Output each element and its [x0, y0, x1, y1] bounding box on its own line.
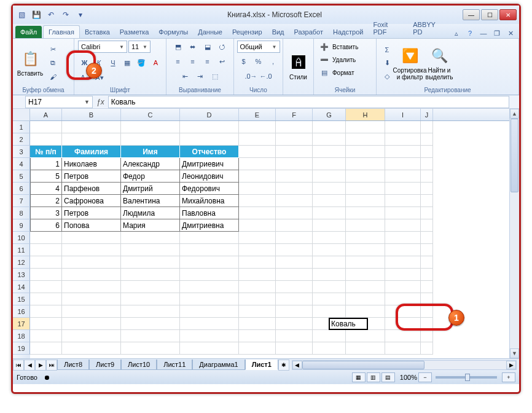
- cell-J18[interactable]: [421, 330, 433, 342]
- cell-A17[interactable]: [30, 318, 62, 330]
- cell-H1[interactable]: [346, 121, 385, 133]
- cell-E17[interactable]: [239, 318, 276, 330]
- cell-I11[interactable]: [385, 244, 421, 256]
- delete-cells-button[interactable]: ➖: [318, 53, 331, 66]
- cell-A9[interactable]: 6: [30, 219, 62, 232]
- cell-A7[interactable]: 2: [30, 195, 62, 207]
- name-box[interactable]: H17 ▼: [25, 96, 93, 108]
- row-header-17[interactable]: 17: [13, 318, 30, 330]
- cell-I15[interactable]: [385, 293, 421, 305]
- cell-H3[interactable]: [346, 146, 385, 158]
- cell-B11[interactable]: [62, 244, 121, 256]
- cell-J8[interactable]: [421, 207, 433, 219]
- qat-redo[interactable]: ↷: [60, 9, 72, 21]
- row-header-11[interactable]: 11: [13, 244, 30, 256]
- col-header-C[interactable]: C: [121, 109, 180, 120]
- merge-button[interactable]: ⬚: [208, 70, 222, 82]
- format-cells-button[interactable]: ▤: [318, 66, 331, 79]
- underline-button[interactable]: Ч: [106, 57, 119, 69]
- view-layout-button[interactable]: ▥: [367, 372, 380, 382]
- cell-A1[interactable]: [30, 121, 62, 133]
- cell-A16[interactable]: [30, 305, 62, 318]
- cell-J6[interactable]: [421, 183, 433, 195]
- cell-C8[interactable]: Людмила: [121, 207, 180, 219]
- orientation-button[interactable]: ⭯: [216, 41, 229, 53]
- tab-foxit[interactable]: Foxit PDF: [368, 18, 408, 38]
- cell-I4[interactable]: [385, 158, 421, 170]
- cell-H7[interactable]: [346, 195, 385, 207]
- cell-J2[interactable]: [421, 133, 433, 146]
- cell-E9[interactable]: [239, 219, 276, 232]
- cell-I5[interactable]: [385, 170, 421, 183]
- cell-C16[interactable]: [121, 305, 180, 318]
- cell-H10[interactable]: [346, 232, 385, 244]
- cell-D10[interactable]: [180, 232, 239, 244]
- indent-dec-button[interactable]: ⇤: [179, 70, 192, 82]
- cell-G13[interactable]: [313, 269, 346, 281]
- cell-D5[interactable]: Леонидович: [180, 170, 239, 183]
- cell-E11[interactable]: [239, 244, 276, 256]
- cell-F14[interactable]: [276, 281, 313, 293]
- cell-I2[interactable]: [385, 133, 421, 146]
- cell-H9[interactable]: [346, 219, 385, 232]
- cell-C15[interactable]: [121, 293, 180, 305]
- border-button[interactable]: ▦: [121, 57, 134, 69]
- sheet-tab-Лист1[interactable]: Лист1: [245, 360, 278, 370]
- cell-G15[interactable]: [313, 293, 346, 305]
- cell-B12[interactable]: [62, 256, 121, 269]
- row-header-7[interactable]: 7: [13, 195, 30, 207]
- cell-E18[interactable]: [239, 330, 276, 342]
- cell-B1[interactable]: [62, 121, 121, 133]
- cell-B17[interactable]: [62, 318, 121, 330]
- cell-B2[interactable]: [62, 133, 121, 146]
- cell-A13[interactable]: [30, 269, 62, 281]
- cell-G6[interactable]: [313, 183, 346, 195]
- comma-button[interactable]: ,: [267, 55, 280, 68]
- cell-B9[interactable]: Попова: [62, 219, 121, 232]
- row-header-13[interactable]: 13: [13, 269, 30, 281]
- cell-F11[interactable]: [276, 244, 313, 256]
- cell-B5[interactable]: Петров: [62, 170, 121, 183]
- zoom-out-button[interactable]: −: [418, 372, 432, 382]
- maximize-button[interactable]: ☐: [481, 9, 498, 20]
- cell-I6[interactable]: [385, 183, 421, 195]
- col-header-G[interactable]: G: [313, 109, 346, 120]
- paste-button[interactable]: 📋 Вставить: [17, 43, 44, 84]
- cell-A14[interactable]: [30, 281, 62, 293]
- cell-D12[interactable]: [180, 256, 239, 269]
- sheet-nav-next[interactable]: ▶: [35, 360, 46, 371]
- cell-B15[interactable]: [62, 293, 121, 305]
- cell-G14[interactable]: [313, 281, 346, 293]
- sheet-tab-Диаграмма1[interactable]: Диаграмма1: [192, 360, 244, 370]
- cell-F6[interactable]: [276, 183, 313, 195]
- cell-G11[interactable]: [313, 244, 346, 256]
- cell-C13[interactable]: [121, 269, 180, 281]
- cell-D6[interactable]: Федорович: [180, 183, 239, 195]
- cell-H15[interactable]: [346, 293, 385, 305]
- cell-H4[interactable]: [346, 158, 385, 170]
- tab-formulas[interactable]: Формулы: [154, 26, 193, 38]
- cell-H19[interactable]: [346, 342, 385, 355]
- cell-E14[interactable]: [239, 281, 276, 293]
- cell-G8[interactable]: [313, 207, 346, 219]
- hscroll-right-icon[interactable]: ▶: [506, 361, 516, 369]
- cell-E4[interactable]: [239, 158, 276, 170]
- sheet-tab-Лист10[interactable]: Лист10: [121, 360, 157, 370]
- cell-I16[interactable]: [385, 305, 421, 318]
- cell-E19[interactable]: [239, 342, 276, 355]
- cell-A8[interactable]: 3: [30, 207, 62, 219]
- close-button[interactable]: ✕: [499, 9, 517, 20]
- cell-B18[interactable]: [62, 330, 121, 342]
- cell-D14[interactable]: [180, 281, 239, 293]
- cell-J3[interactable]: [421, 146, 433, 158]
- fx-label[interactable]: ƒx: [96, 98, 104, 106]
- active-cell[interactable]: Коваль: [329, 318, 368, 330]
- cell-H18[interactable]: [346, 330, 385, 342]
- cell-I1[interactable]: [385, 121, 421, 133]
- cell-H8[interactable]: [346, 207, 385, 219]
- col-header-A[interactable]: A: [30, 109, 62, 120]
- cell-H2[interactable]: [346, 133, 385, 146]
- cell-E8[interactable]: [239, 207, 276, 219]
- qat-undo[interactable]: ↶: [45, 9, 57, 21]
- select-all-corner[interactable]: [13, 109, 30, 121]
